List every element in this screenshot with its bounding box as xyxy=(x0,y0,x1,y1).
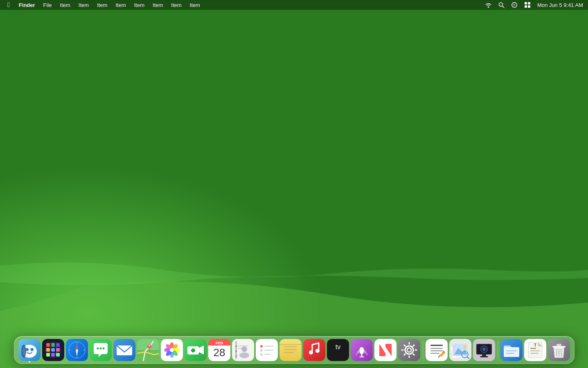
svg-rect-120 xyxy=(430,350,443,351)
svg-text:FEB: FEB xyxy=(216,341,223,345)
svg-point-83 xyxy=(260,345,263,348)
svg-point-77 xyxy=(241,346,247,352)
dock-separator-2 xyxy=(498,341,498,359)
menubar-item-8[interactable]: Item xyxy=(187,1,203,9)
menubar-item-7[interactable]: Item xyxy=(168,1,185,9)
menubar-item-4[interactable]: Item xyxy=(112,1,129,9)
dock-appletv[interactable]: tv xyxy=(327,339,349,361)
svg-line-114 xyxy=(413,354,414,355)
svg-point-18 xyxy=(32,349,32,349)
svg-line-155 xyxy=(561,349,561,356)
svg-point-81 xyxy=(235,355,237,357)
menubar-item-1[interactable]: Item xyxy=(57,1,74,9)
svg-rect-118 xyxy=(430,345,443,346)
svg-rect-24 xyxy=(46,343,50,347)
svg-rect-32 xyxy=(56,353,60,357)
svg-text:28: 28 xyxy=(213,346,225,359)
wifi-icon[interactable] xyxy=(483,2,493,8)
svg-rect-102 xyxy=(359,357,364,357)
menubar-right: Mon Jun 5 9:41 AM xyxy=(483,2,585,8)
svg-point-3 xyxy=(488,6,489,7)
dock-photos[interactable] xyxy=(161,339,183,361)
svg-rect-86 xyxy=(264,350,273,351)
dock-safari[interactable] xyxy=(66,339,88,361)
svg-rect-75 xyxy=(238,346,248,346)
dock-notes[interactable] xyxy=(279,339,302,361)
svg-rect-151 xyxy=(552,346,565,348)
menubar-left:  Finder File Item Item Item Item Item I… xyxy=(3,1,203,9)
menubar-item-2[interactable]: Item xyxy=(75,1,92,9)
svg-rect-93 xyxy=(279,344,302,345)
svg-point-78 xyxy=(239,352,249,358)
svg-rect-30 xyxy=(46,353,50,357)
menubar-app-name[interactable]: Finder xyxy=(16,1,38,9)
dock-finder[interactable] xyxy=(18,339,41,361)
svg-point-136 xyxy=(482,348,486,351)
svg-point-17 xyxy=(27,349,27,349)
svg-rect-92 xyxy=(284,352,294,353)
dock-facetime[interactable] xyxy=(185,339,207,361)
dock-preview[interactable] xyxy=(449,339,471,361)
dock: FEB 28 xyxy=(14,336,574,364)
dock-separator xyxy=(423,341,423,359)
dock-system-preferences[interactable] xyxy=(398,339,420,361)
svg-point-95 xyxy=(309,350,313,355)
svg-rect-138 xyxy=(480,356,488,357)
apple-menu[interactable]:  xyxy=(3,1,14,9)
svg-rect-117 xyxy=(426,339,448,361)
svg-rect-10 xyxy=(528,5,530,8)
dock-reminders[interactable] xyxy=(256,339,278,361)
svg-rect-26 xyxy=(56,343,60,347)
control-center-icon[interactable] xyxy=(523,2,532,8)
menubar-file[interactable]: File xyxy=(40,1,55,9)
spotlight-icon[interactable] xyxy=(497,2,506,8)
dock-calendar[interactable]: FEB 28 xyxy=(208,339,230,361)
desktop:  Finder File Item Item Item Item Item I… xyxy=(0,0,588,368)
dock-screensaver[interactable] xyxy=(473,339,495,361)
svg-rect-31 xyxy=(51,353,55,357)
svg-rect-103 xyxy=(360,347,364,353)
svg-rect-148 xyxy=(530,353,538,354)
dock-files[interactable] xyxy=(500,339,523,361)
siri-icon[interactable] xyxy=(509,2,519,8)
svg-point-15 xyxy=(27,348,28,350)
menubar:  Finder File Item Item Item Item Item I… xyxy=(0,0,588,10)
svg-point-62 xyxy=(170,348,174,352)
dock-launchpad[interactable] xyxy=(42,339,64,361)
dock-music[interactable] xyxy=(303,339,325,361)
svg-point-44 xyxy=(99,348,101,350)
svg-rect-27 xyxy=(46,348,50,352)
dock-contacts[interactable] xyxy=(232,339,254,361)
svg-rect-84 xyxy=(264,346,273,347)
dock-textutil[interactable]: T xyxy=(524,339,546,361)
svg-rect-146 xyxy=(530,348,536,349)
svg-rect-104 xyxy=(374,339,397,361)
dock-news[interactable] xyxy=(374,339,397,361)
svg-point-16 xyxy=(32,348,33,350)
svg-rect-94 xyxy=(303,339,325,361)
svg-rect-29 xyxy=(56,348,60,352)
datetime-display: Mon Jun 5 9:41 AM xyxy=(536,2,585,8)
svg-rect-140 xyxy=(506,350,517,351)
svg-point-6 xyxy=(512,2,517,7)
svg-rect-9 xyxy=(525,5,527,8)
dock-podcasts[interactable] xyxy=(351,339,373,361)
svg-rect-121 xyxy=(430,353,439,354)
dock-mail[interactable] xyxy=(113,339,135,361)
svg-point-80 xyxy=(235,350,237,352)
menubar-item-3[interactable]: Item xyxy=(94,1,110,9)
menubar-item-6[interactable]: Item xyxy=(149,1,166,9)
svg-point-66 xyxy=(191,348,195,352)
dock-trash[interactable] xyxy=(548,339,570,361)
svg-rect-8 xyxy=(528,2,530,4)
svg-point-87 xyxy=(260,353,263,356)
svg-point-129 xyxy=(463,346,466,349)
svg-rect-90 xyxy=(284,346,297,347)
svg-line-113 xyxy=(404,345,405,346)
svg-rect-147 xyxy=(530,350,540,351)
dock-maps[interactable] xyxy=(137,339,159,361)
dock-messages[interactable] xyxy=(90,339,112,361)
svg-point-52 xyxy=(149,345,150,346)
dock-textedit[interactable] xyxy=(426,339,448,361)
menubar-item-5[interactable]: Item xyxy=(131,1,148,9)
